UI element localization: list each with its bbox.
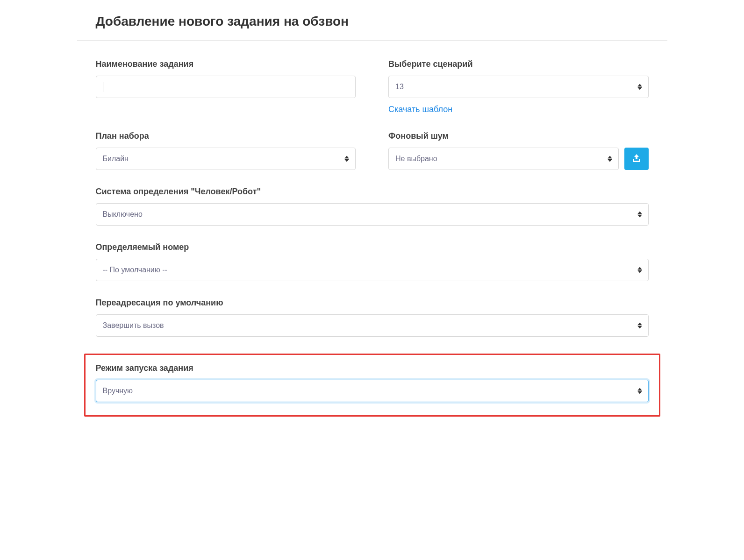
launch-mode-label: Режим запуска задания <box>96 363 649 373</box>
scenario-select[interactable]: 13 <box>388 76 649 98</box>
default-redirect-value: Завершить вызов <box>103 321 164 330</box>
caller-id-select[interactable]: -- По умолчанию -- <box>96 259 649 281</box>
default-redirect-select[interactable]: Завершить вызов <box>96 314 649 337</box>
highlighted-section: Режим запуска задания Вручную <box>84 354 660 417</box>
task-name-label: Наименование задания <box>96 59 356 69</box>
task-name-input[interactable] <box>96 76 356 98</box>
default-redirect-label: Переадресация по умолчанию <box>96 298 649 308</box>
scenario-value: 13 <box>395 83 404 91</box>
upload-icon <box>632 154 641 164</box>
dial-plan-label: План набора <box>96 131 356 141</box>
download-template-link[interactable]: Скачать шаблон <box>388 105 452 114</box>
detection-system-label: Система определения "Человек/Робот" <box>96 187 649 197</box>
background-noise-select[interactable]: Не выбрано <box>388 148 619 170</box>
detection-system-select[interactable]: Выключено <box>96 203 649 226</box>
dial-plan-select[interactable]: Билайн <box>96 148 356 170</box>
caller-id-label: Определяемый номер <box>96 242 649 252</box>
page-title: Добавление нового задания на обзвон <box>96 14 667 29</box>
launch-mode-value: Вручную <box>103 387 133 395</box>
detection-system-value: Выключено <box>103 210 143 219</box>
text-cursor <box>103 82 103 92</box>
background-noise-label: Фоновый шум <box>388 131 649 141</box>
upload-noise-button[interactable] <box>624 148 649 170</box>
svg-rect-1 <box>633 159 634 161</box>
background-noise-value: Не выбрано <box>395 155 437 163</box>
scenario-label: Выберите сценарий <box>388 59 649 69</box>
launch-mode-select[interactable]: Вручную <box>96 380 649 402</box>
dial-plan-value: Билайн <box>103 155 129 163</box>
svg-rect-2 <box>639 159 640 161</box>
caller-id-value: -- По умолчанию -- <box>103 266 167 274</box>
